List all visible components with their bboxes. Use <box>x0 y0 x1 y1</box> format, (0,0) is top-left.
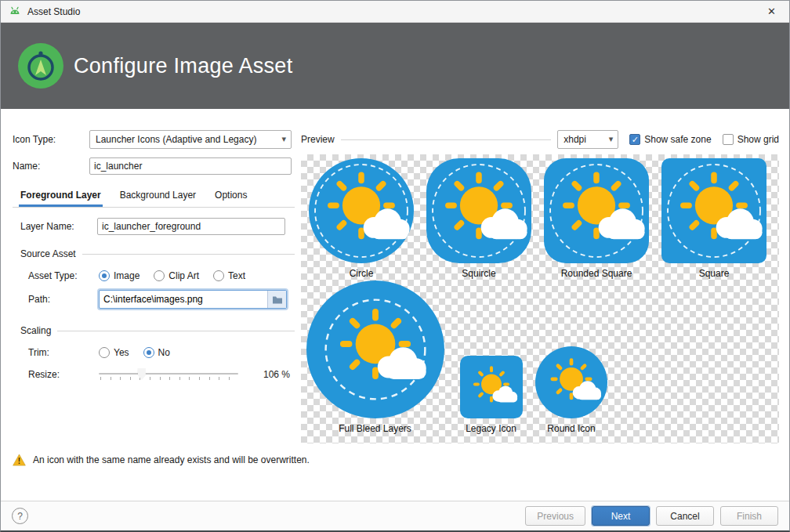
show-grid-label: Show grid <box>737 134 779 145</box>
preview-item-round: Round Icon <box>531 346 611 440</box>
dialog-header: Configure Image Asset <box>1 23 789 109</box>
radio-clip-art-label: Clip Art <box>169 270 199 281</box>
preview-board: Circle Squircle Rounded Square <box>301 154 779 443</box>
radio-text-label: Text <box>228 270 245 281</box>
scaling-group-label: Scaling <box>20 325 51 336</box>
close-icon: ✕ <box>767 5 776 17</box>
asset-studio-dialog: Asset Studio ✕ Configure Image Asset Ico… <box>0 0 790 532</box>
preview-item-square: Square <box>655 158 773 279</box>
preview-header: Preview xhdpi ▾ ✓ Show safe zone Show gr… <box>301 130 779 149</box>
preview-item-label: Round Icon <box>547 423 595 434</box>
preview-item-circle: Circle <box>303 158 420 279</box>
help-button[interactable]: ? <box>12 508 28 524</box>
resize-label: Resize: <box>28 369 99 380</box>
dialog-title: Configure Image Asset <box>74 54 292 78</box>
path-label: Path: <box>28 294 99 305</box>
chevron-down-icon: ▾ <box>609 134 614 144</box>
icon-preview-full-bleed <box>306 280 444 418</box>
close-button[interactable]: ✕ <box>754 1 789 22</box>
slider-ticks <box>100 377 238 380</box>
divider <box>82 254 295 255</box>
help-icon: ? <box>17 511 23 522</box>
preview-item-label: Squircle <box>462 268 495 279</box>
icon-preview-circle <box>309 158 414 263</box>
asset-type-radio-group: Image Clip Art Text <box>99 270 245 281</box>
preview-label: Preview <box>301 134 335 145</box>
preview-item-label: Full Bleed Layers <box>339 423 411 434</box>
preview-item-label: Square <box>699 268 730 279</box>
source-asset-group-label: Source Asset <box>20 248 76 259</box>
previous-button[interactable]: Previous <box>525 506 585 526</box>
icon-preview-squircle <box>426 158 531 263</box>
asset-type-label: Asset Type: <box>28 270 99 281</box>
tab-background-layer[interactable]: Background Layer <box>118 186 198 207</box>
resize-slider[interactable] <box>99 367 238 382</box>
radio-unselected-icon <box>99 347 110 358</box>
radio-trim-yes[interactable]: Yes <box>99 347 129 358</box>
preview-item-legacy: Legacy Icon <box>454 356 528 440</box>
folder-icon <box>272 295 283 304</box>
icon-type-value: Launcher Icons (Adaptive and Legacy) <box>96 134 256 145</box>
layer-name-input[interactable] <box>97 218 285 235</box>
path-input[interactable] <box>100 291 267 307</box>
radio-trim-no[interactable]: No <box>143 347 170 358</box>
footer-bar: ? Previous Next Cancel Finish <box>1 501 789 530</box>
browse-folder-button[interactable] <box>267 291 286 308</box>
next-button[interactable]: Next <box>592 506 650 526</box>
trim-label: Trim: <box>28 347 99 358</box>
layer-name-label: Layer Name: <box>20 221 97 232</box>
radio-image[interactable]: Image <box>99 270 140 281</box>
density-value: xhdpi <box>564 134 586 145</box>
icon-preview-square <box>661 158 766 263</box>
checkbox-unchecked-icon <box>723 134 734 145</box>
radio-unselected-icon <box>154 270 165 281</box>
layer-tabs: Foreground Layer Background Layer Option… <box>13 187 295 208</box>
warning-icon: ! <box>13 454 26 466</box>
icon-type-label: Icon Type: <box>13 134 89 145</box>
name-input[interactable] <box>89 157 292 175</box>
svg-text:!: ! <box>18 457 20 465</box>
tab-foreground-layer[interactable]: Foreground Layer <box>19 186 103 207</box>
chevron-down-icon: ▾ <box>281 134 286 144</box>
titlebar: Asset Studio ✕ <box>1 1 789 23</box>
android-studio-logo-icon <box>18 43 63 89</box>
radio-unselected-icon <box>213 270 224 281</box>
android-icon <box>9 5 21 18</box>
radio-text[interactable]: Text <box>213 270 245 281</box>
preview-row-legacy: Full Bleed Layers Legacy Icon Round Icon <box>301 280 779 440</box>
cancel-button[interactable]: Cancel <box>656 506 714 526</box>
tab-options[interactable]: Options <box>213 186 248 207</box>
window-title: Asset Studio <box>27 6 80 17</box>
radio-trim-no-label: No <box>158 347 170 358</box>
trim-radio-group: Yes No <box>99 347 170 358</box>
icon-type-select[interactable]: Launcher Icons (Adaptive and Legacy) ▾ <box>89 130 292 149</box>
warning-row: ! An icon with the same name already exi… <box>13 454 310 466</box>
radio-trim-yes-label: Yes <box>114 347 129 358</box>
finish-button[interactable]: Finish <box>720 506 778 526</box>
preview-panel: Preview xhdpi ▾ ✓ Show safe zone Show gr… <box>301 130 779 443</box>
preview-item-rounded-square: Rounded Square <box>538 158 655 279</box>
checkbox-checked-icon: ✓ <box>629 134 640 145</box>
resize-value: 106 % <box>263 369 290 380</box>
density-select[interactable]: xhdpi ▾ <box>557 130 618 149</box>
show-safe-zone-checkbox[interactable]: ✓ Show safe zone <box>629 134 711 145</box>
divider <box>57 331 295 331</box>
preview-item-label: Legacy Icon <box>466 423 516 434</box>
show-grid-checkbox[interactable]: Show grid <box>723 134 779 145</box>
preview-item-label: Rounded Square <box>561 268 632 279</box>
radio-selected-icon <box>143 347 154 358</box>
radio-image-label: Image <box>114 270 140 281</box>
divider <box>341 139 552 140</box>
radio-selected-icon <box>99 270 110 281</box>
icon-preview-legacy <box>460 356 523 418</box>
show-safe-zone-label: Show safe zone <box>644 134 711 145</box>
preview-item-label: Circle <box>350 268 374 279</box>
icon-preview-round <box>535 346 607 418</box>
preview-item-squircle: Squircle <box>420 158 538 279</box>
preview-item-full-bleed: Full Bleed Layers <box>303 280 448 440</box>
path-field <box>99 290 287 309</box>
warning-text: An icon with the same name already exist… <box>33 454 310 465</box>
slider-track <box>99 373 238 375</box>
name-label: Name: <box>13 161 89 172</box>
radio-clip-art[interactable]: Clip Art <box>154 270 199 281</box>
